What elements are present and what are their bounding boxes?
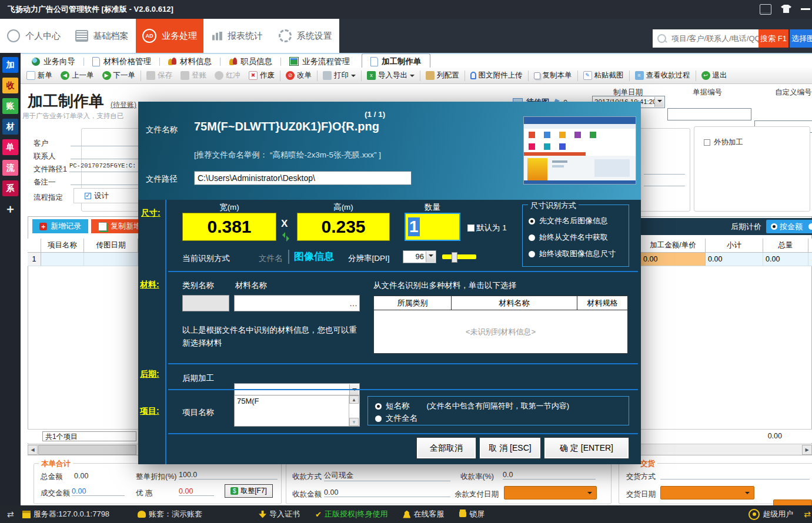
filepath-input[interactable]: C:\Users\Administrator\Desktop\ <box>194 171 412 185</box>
width-input[interactable]: 0.381 <box>182 213 276 241</box>
search-button[interactable]: 搜索 F1 <box>758 29 788 48</box>
mode-option-3[interactable]: 始终读取图像信息尺寸 <box>529 249 616 259</box>
sidebar-item-receipt[interactable]: 收 <box>2 78 18 93</box>
note-input[interactable] <box>71 175 138 185</box>
nav-item-settings[interactable]: 系统设置 <box>272 19 339 53</box>
project-name-cell[interactable] <box>41 253 84 266</box>
by-image-option[interactable]: 图像信息 <box>294 250 334 263</box>
import-cert-button[interactable]: 导入证书 <box>259 509 300 519</box>
post-account-button[interactable]: 登账 <box>176 69 210 83</box>
dpi-dropdown[interactable]: 96 <box>403 250 436 263</box>
full-name-option[interactable]: 文件全名 <box>375 413 417 424</box>
view-payment-process-button[interactable]: ≡查看收款过程 <box>631 69 694 83</box>
copy-order-button[interactable]: 复制本单 <box>530 69 576 83</box>
quantity-header[interactable]: 总量 <box>763 239 808 253</box>
paste-screenshot-button[interactable]: ✎粘贴截图 <box>579 69 628 83</box>
mode-option-2[interactable]: 始终从文件名中获取 <box>529 232 608 243</box>
cancel-button[interactable]: 取 消 [ESC] <box>479 437 541 459</box>
print-button[interactable]: 打印 <box>319 69 360 83</box>
new-order-button[interactable]: 新单 <box>22 69 56 83</box>
sidebar-item-system[interactable]: 系 <box>2 180 18 196</box>
grid-row-left[interactable]: 1 <box>28 253 138 266</box>
lock-screen-button[interactable]: 锁屏 <box>459 509 484 519</box>
scroll-left-button[interactable]: ◀ <box>28 445 38 455</box>
save-button[interactable]: 保存 <box>142 69 176 83</box>
prev-order-button[interactable]: ◀上一单 <box>56 69 98 83</box>
mode3-radio[interactable] <box>529 251 535 257</box>
chevron-down-icon[interactable] <box>426 252 435 262</box>
tab-material-info[interactable]: 材料信息 <box>160 55 220 69</box>
category-column-header[interactable]: 所属类别 <box>374 296 452 310</box>
short-name-radio[interactable] <box>375 403 382 410</box>
amount-cell[interactable]: 0.00 <box>641 253 706 266</box>
balance-date-dropdown[interactable] <box>504 486 597 499</box>
sidebar-item-processing[interactable]: 加 <box>2 57 18 73</box>
upload-date-cell[interactable] <box>84 253 138 266</box>
material-name-input[interactable]: … <box>234 295 360 311</box>
slider-thumb[interactable] <box>452 252 457 263</box>
ok-button[interactable]: 确 定 [ENTER] <box>544 437 629 459</box>
order-number-input[interactable] <box>667 108 751 120</box>
switch-user-icon[interactable]: ⇄ <box>804 509 811 519</box>
minimize-icon[interactable] <box>801 8 810 10</box>
mode-option-1[interactable]: 先文件名后图像信息 <box>529 216 608 226</box>
payment-amount-input[interactable]: 0.00 <box>324 488 450 497</box>
deal-amount-value[interactable]: 0.00 <box>72 487 125 496</box>
subtotal-header[interactable]: 小计 <box>706 239 763 253</box>
chevron-down-icon[interactable] <box>654 97 664 107</box>
outsourcing-option[interactable]: 外协加工 <box>704 138 810 147</box>
name-column-header[interactable]: 材料名称 <box>452 296 577 310</box>
skin-icon[interactable] <box>781 5 791 13</box>
order-discount-input[interactable]: 100.0 <box>179 471 278 480</box>
payment-method-input[interactable]: 公司现金 <box>324 471 450 481</box>
scroll-up-icon[interactable]: ▲ <box>349 395 359 404</box>
sidebar-item-account[interactable]: 账 <box>2 98 18 114</box>
mode2-radio[interactable] <box>529 234 535 241</box>
cancel-all-button[interactable]: 全部取消 <box>416 437 476 459</box>
tab-business-wizard[interactable]: 业务向导 <box>24 55 83 69</box>
project-name-header[interactable]: 项目名称 <box>41 239 84 253</box>
qty-input[interactable]: 1 <box>405 213 460 241</box>
nav-item-personal[interactable]: 个人中心 <box>0 19 68 53</box>
category-input[interactable] <box>182 295 229 311</box>
by-quantity-radio[interactable] <box>808 223 812 230</box>
online-service-button[interactable]: 在线客服 <box>403 509 444 519</box>
mode1-radio[interactable] <box>529 218 535 224</box>
dpi-slider[interactable] <box>442 254 476 259</box>
swap-dimensions-icon[interactable] <box>279 232 292 239</box>
by-amount-radio[interactable] <box>771 223 777 230</box>
project-name-textarea[interactable]: 75M(F ▲ ▼ <box>234 395 360 427</box>
short-name-option[interactable]: 短名称 (文件名中包含有间隔符时，取第一节内容) <box>375 401 569 411</box>
search-input[interactable] <box>670 33 761 43</box>
red-reverse-button[interactable]: 红冲 <box>210 69 245 83</box>
scroll-down-icon[interactable]: ▼ <box>349 418 359 426</box>
sidebar-item-add[interactable]: ＋ <box>2 201 18 217</box>
order-status-link[interactable]: (待登账) <box>111 100 136 110</box>
exit-button[interactable]: ↩退出 <box>697 69 731 83</box>
height-input[interactable]: 0.235 <box>297 213 390 241</box>
amount-header[interactable]: 加工金额/单价 <box>641 239 706 253</box>
filepath-input[interactable]: PC-20170725FGYE:C: <box>69 162 138 172</box>
nav-item-base-archive[interactable]: 基础档案 <box>68 19 135 53</box>
column-config-button[interactable]: 列配置 <box>422 69 463 83</box>
sidebar-item-order[interactable]: 单 <box>2 139 18 155</box>
upload-date-header[interactable]: 传图日期 <box>84 239 138 253</box>
select-image-button[interactable]: 选择图 <box>790 29 812 48</box>
void-button[interactable]: ✖作废 <box>245 69 279 83</box>
scrollbar-thumb[interactable] <box>38 445 136 455</box>
extra-field-input[interactable] <box>644 181 685 186</box>
current-user[interactable]: 超级用户 <box>748 509 793 520</box>
by-filename-option[interactable]: 文件名 <box>259 253 283 264</box>
full-name-radio[interactable] <box>375 415 382 422</box>
scroll-right-button[interactable]: ▶ <box>802 445 812 455</box>
tab-workflow[interactable]: 业务流程管理 <box>281 55 358 69</box>
extra-field-input[interactable] <box>644 169 685 175</box>
customer-input[interactable] <box>71 136 138 146</box>
spec-column-header[interactable]: 材料规格 <box>577 296 627 310</box>
favor-input[interactable]: 0.00 <box>179 487 214 496</box>
tab-material-price[interactable]: 材料价格管理 <box>84 55 159 69</box>
design-checkbox[interactable] <box>85 193 91 199</box>
attachment-upload-button[interactable]: 图文附件上传 <box>466 69 527 83</box>
delivery-date-dropdown[interactable] <box>660 486 754 499</box>
modify-order-button[interactable]: ⊘改单 <box>282 69 316 83</box>
